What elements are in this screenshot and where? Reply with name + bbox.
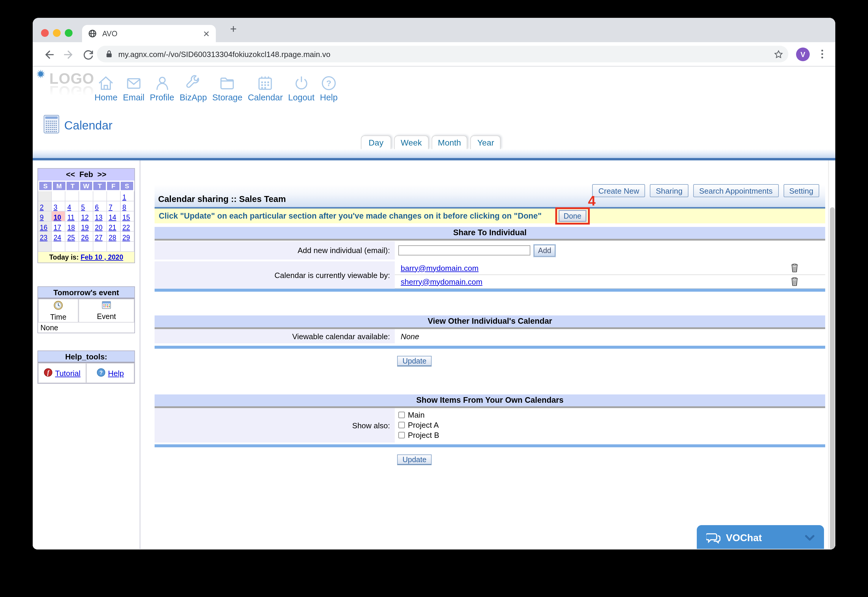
new-tab-button[interactable]: + xyxy=(230,22,237,36)
back-icon[interactable] xyxy=(42,48,55,61)
avatar[interactable]: V xyxy=(796,48,810,61)
tab-day[interactable]: Day xyxy=(361,135,391,149)
setting-button[interactable]: Setting xyxy=(783,184,819,197)
shared-email-link[interactable]: barry@mydomain.com xyxy=(401,263,479,272)
calendar-day-link[interactable]: 11 xyxy=(67,214,74,221)
bizapp-icon xyxy=(184,74,202,92)
search-appointments-button[interactable]: Search Appointments xyxy=(693,184,779,197)
today-date-link[interactable]: Feb 10 , 2020 xyxy=(80,254,123,261)
tab-month[interactable]: Month xyxy=(431,135,467,149)
tab-week[interactable]: Week xyxy=(394,135,428,149)
nav-item-bizapp[interactable]: BizApp xyxy=(180,74,207,102)
calendar-day-link[interactable]: 26 xyxy=(81,234,89,241)
calendar-cell: 7 xyxy=(107,201,121,211)
calendar-day-link[interactable]: 25 xyxy=(67,234,75,241)
nav-item-calendar[interactable]: Calendar xyxy=(248,74,283,102)
calendar-page-icon xyxy=(43,114,60,137)
next-month-link[interactable]: >> xyxy=(97,170,106,179)
calendar-day-link[interactable]: 2 xyxy=(40,204,44,211)
add-email-input[interactable] xyxy=(398,245,530,255)
reload-icon[interactable] xyxy=(82,48,95,61)
calendar-day-link[interactable]: 18 xyxy=(67,224,75,231)
calendar-cell: 16 xyxy=(38,221,52,232)
calendar-day-link[interactable]: 5 xyxy=(81,204,85,211)
nav-item-profile[interactable]: Profile xyxy=(150,74,174,102)
nav-item-email[interactable]: Email xyxy=(123,74,144,102)
body-area: << Feb >> SMTWTFS 1234567891011121314151… xyxy=(33,160,835,549)
done-button[interactable]: Done xyxy=(559,210,586,221)
kebab-menu-icon[interactable] xyxy=(816,48,829,61)
calendar-day-link[interactable]: 22 xyxy=(122,224,130,231)
calendar-day-link[interactable]: 21 xyxy=(109,224,116,231)
nav-item-logout[interactable]: Logout xyxy=(288,74,314,102)
help-link[interactable]: Help xyxy=(108,368,124,377)
calendar-day-link[interactable]: 27 xyxy=(95,234,103,241)
annotation-number: 4 xyxy=(588,193,596,209)
create-new-button[interactable]: Create New xyxy=(593,184,645,197)
url-bar[interactable]: my.agnx.com/-/vo/SID600313304fokiuzokcl1… xyxy=(97,46,788,62)
calendar-day-link[interactable]: 7 xyxy=(109,204,112,211)
browser-tab[interactable]: AVO ✕ xyxy=(82,25,216,42)
calendar-day-link[interactable]: 3 xyxy=(54,204,57,211)
calendar-cell: 29 xyxy=(121,232,134,242)
calendar-day-link[interactable]: 12 xyxy=(81,214,89,221)
vochat-widget[interactable]: VOChat xyxy=(697,525,824,549)
section-bottom-bar xyxy=(155,346,825,349)
project-a-checkbox[interactable] xyxy=(398,422,405,428)
calendar-day-link[interactable]: 13 xyxy=(95,214,103,221)
shared-email-link[interactable]: sherry@mydomain.com xyxy=(401,277,482,286)
calendar-day-link[interactable]: 6 xyxy=(95,204,99,211)
nav-item-label: Help xyxy=(320,93,338,102)
nav-item-label: Home xyxy=(95,93,118,102)
forward-icon[interactable] xyxy=(63,48,76,61)
calendar-day-link[interactable]: 16 xyxy=(40,224,48,231)
view-update-button[interactable]: Update xyxy=(397,356,432,367)
divider xyxy=(155,239,825,241)
calendar-option-row: Main xyxy=(398,410,825,420)
calendar-day-link[interactable]: 24 xyxy=(54,234,61,241)
close-tab-icon[interactable]: ✕ xyxy=(203,30,210,38)
calendar-day-link[interactable]: 9 xyxy=(40,214,44,221)
globe-favicon-icon xyxy=(88,29,97,38)
main-checkbox[interactable] xyxy=(398,412,405,418)
show-update-button[interactable]: Update xyxy=(397,454,432,465)
calendar-cell: 4 xyxy=(66,201,79,211)
viewable-by-label: Calendar is currently viewable by: xyxy=(155,261,395,289)
email-icon xyxy=(125,74,143,92)
calendar-day-link[interactable]: 28 xyxy=(109,234,116,241)
nav-item-label: Calendar xyxy=(248,93,283,102)
nav-item-home[interactable]: Home xyxy=(95,74,118,102)
bookmark-star-icon[interactable] xyxy=(773,49,786,62)
nav-item-help[interactable]: ?Help xyxy=(320,74,338,102)
sharing-button[interactable]: Sharing xyxy=(650,184,688,197)
calendar-day-link[interactable]: 17 xyxy=(54,224,61,231)
lock-icon xyxy=(105,50,113,58)
section-bottom-bar xyxy=(155,444,825,447)
calendar-cell xyxy=(93,242,107,252)
prev-month-link[interactable]: << xyxy=(66,170,75,179)
trash-icon[interactable] xyxy=(790,277,799,286)
calendar-day-link[interactable]: 10 xyxy=(54,214,61,221)
calendar-day-link[interactable]: 29 xyxy=(122,234,130,241)
tab-year[interactable]: Year xyxy=(470,135,501,149)
calendar-day-link[interactable]: 20 xyxy=(95,224,103,231)
calendar-day-link[interactable]: 8 xyxy=(122,204,127,211)
zoom-window-button[interactable] xyxy=(65,29,73,37)
chevron-down-icon[interactable] xyxy=(804,533,816,542)
calendar-cell: 23 xyxy=(38,232,52,242)
trash-icon[interactable] xyxy=(790,263,799,273)
calendar-day-link[interactable]: 14 xyxy=(109,214,116,221)
tutorial-link[interactable]: Tutorial xyxy=(55,368,80,377)
nav-item-storage[interactable]: Storage xyxy=(212,74,243,102)
minimize-window-button[interactable] xyxy=(53,29,61,37)
add-button[interactable]: Add xyxy=(534,244,555,256)
calendar-day-link[interactable]: 19 xyxy=(81,224,89,231)
calendar-day-link[interactable]: 15 xyxy=(122,214,130,221)
project-b-checkbox[interactable] xyxy=(398,432,405,438)
scrollbar-thumb[interactable] xyxy=(830,207,835,549)
day-header: T xyxy=(94,182,106,190)
calendar-day-link[interactable]: 1 xyxy=(122,194,127,201)
calendar-day-link[interactable]: 23 xyxy=(40,234,48,241)
calendar-day-link[interactable]: 4 xyxy=(67,204,71,211)
close-window-button[interactable] xyxy=(41,29,49,37)
